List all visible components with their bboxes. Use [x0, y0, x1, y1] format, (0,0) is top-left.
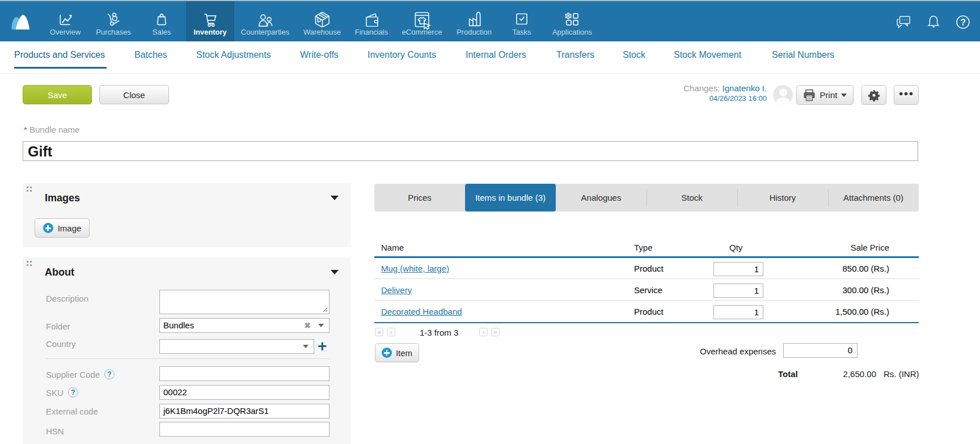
svg-text:?: ? [960, 18, 966, 27]
